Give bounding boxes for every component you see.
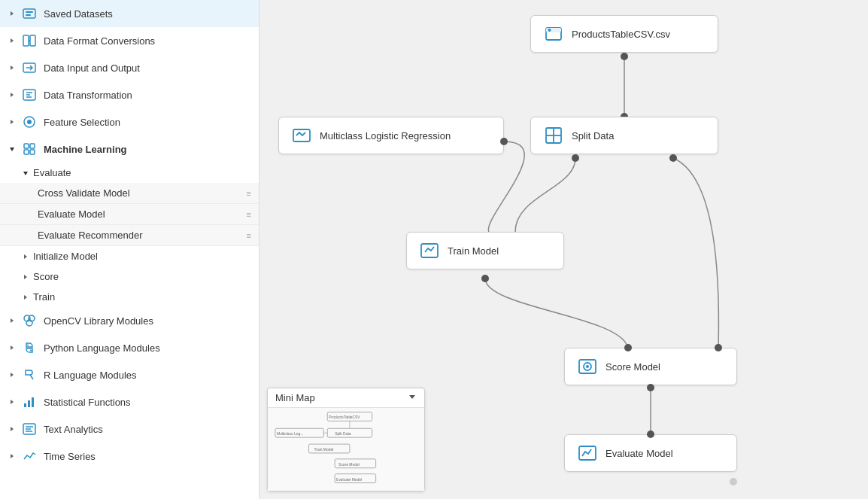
svg-rect-16 xyxy=(30,144,35,148)
node-split-data[interactable]: Split Data xyxy=(530,117,718,154)
sidebar-item-label: Feature Selection xyxy=(44,117,120,128)
svg-marker-31 xyxy=(11,400,14,404)
sidebar-item-evaluate[interactable]: Evaluate xyxy=(0,163,259,183)
sidebar-item-train[interactable]: Train xyxy=(0,287,259,307)
svg-marker-7 xyxy=(11,65,14,70)
node-label: Split Data xyxy=(572,130,614,141)
expand-arrow xyxy=(9,345,18,351)
sidebar-item-machine-learning[interactable]: Machine Learning xyxy=(0,135,259,163)
saved-datasets-icon xyxy=(21,5,38,22)
svg-rect-47 xyxy=(421,244,438,257)
data-format-icon xyxy=(21,32,38,49)
minimap-header[interactable]: Mini Map xyxy=(268,388,424,408)
sidebar-item-evaluate-model[interactable]: Evaluate Model ≡ xyxy=(0,204,259,225)
train-model-icon xyxy=(419,240,440,261)
opencv-icon xyxy=(21,312,38,329)
node-score-model[interactable]: Score Model xyxy=(564,348,737,385)
sidebar-item-label: Train xyxy=(33,291,55,303)
node-label: ProductsTableCSV.csv xyxy=(572,29,670,40)
connection-dot xyxy=(647,384,654,391)
svg-marker-0 xyxy=(11,11,14,16)
sub-item-label: Cross Validate Model xyxy=(38,187,130,199)
split-node-icon xyxy=(543,125,564,146)
time-series-icon xyxy=(21,448,38,464)
node-train-model[interactable]: Train Model xyxy=(406,232,564,269)
node-label: Evaluate Model xyxy=(605,448,673,459)
sidebar-item-python[interactable]: Python Language Modules xyxy=(0,334,259,361)
sidebar: Saved Datasets Data Format Conversions D… xyxy=(0,0,259,499)
node-label: Score Model xyxy=(605,361,660,373)
svg-marker-35 xyxy=(11,427,14,431)
canvas-area[interactable]: ProductsTableCSV.csv Split Data Multicla… xyxy=(259,0,868,499)
sub-item-label: Evaluate Recommender xyxy=(38,230,142,241)
score-model-icon xyxy=(577,356,598,377)
sidebar-item-label: Statistical Functions xyxy=(44,397,131,408)
sidebar-item-time-series[interactable]: Time Series xyxy=(0,443,259,470)
model-node-icon xyxy=(291,125,312,146)
sidebar-item-data-transformation[interactable]: Data Transformation xyxy=(0,81,259,108)
sidebar-item-feature-selection[interactable]: Feature Selection xyxy=(0,108,259,135)
svg-text:Score Model: Score Model xyxy=(338,463,360,467)
node-evaluate-model[interactable]: Evaluate Model xyxy=(564,434,737,472)
svg-rect-3 xyxy=(26,14,31,16)
sidebar-item-evaluate-recommender[interactable]: Evaluate Recommender ≡ xyxy=(0,225,259,246)
sidebar-item-label: Machine Learning xyxy=(44,144,127,155)
svg-text:Evaluate Model: Evaluate Model xyxy=(336,478,362,482)
svg-point-28 xyxy=(27,345,29,346)
data-io-icon xyxy=(21,59,38,76)
connection-dot xyxy=(669,154,677,162)
svg-text:ProductsTableCSV: ProductsTableCSV xyxy=(329,415,360,419)
svg-rect-5 xyxy=(23,35,29,46)
connection-dot xyxy=(624,344,632,351)
node-products-csv[interactable]: ProductsTableCSV.csv xyxy=(530,15,718,53)
sidebar-item-statistical-functions[interactable]: Statistical Functions xyxy=(0,388,259,415)
expand-arrow-down xyxy=(23,170,29,176)
expand-arrow xyxy=(9,119,18,125)
sidebar-item-opencv[interactable]: OpenCV Library Modules xyxy=(0,307,259,334)
dataset-node-icon xyxy=(543,23,564,44)
expand-arrow xyxy=(9,92,18,98)
sidebar-item-text-analytics[interactable]: Text Analytics xyxy=(0,415,259,443)
svg-point-29 xyxy=(30,350,32,351)
svg-marker-20 xyxy=(24,254,27,259)
sidebar-item-label: R Language Modules xyxy=(44,370,137,381)
sidebar-item-label: Score xyxy=(33,271,59,282)
r-lang-icon xyxy=(21,367,38,383)
svg-text:Multiclass Log...: Multiclass Log... xyxy=(277,432,303,436)
sidebar-item-label: Data Format Conversions xyxy=(44,35,155,47)
sidebar-item-data-format-conversions[interactable]: Data Format Conversions xyxy=(0,27,259,54)
transform-icon xyxy=(21,87,38,103)
sidebar-item-cross-validate-model[interactable]: Cross Validate Model ≡ xyxy=(0,183,259,204)
sidebar-item-score[interactable]: Score xyxy=(0,266,259,287)
svg-marker-4 xyxy=(11,38,14,43)
svg-rect-18 xyxy=(30,150,35,154)
sidebar-item-data-input-output[interactable]: Data Input and Output xyxy=(0,54,259,81)
svg-text:Train Model: Train Model xyxy=(314,448,333,452)
sub-item-label: Evaluate Model xyxy=(38,208,105,220)
svg-rect-2 xyxy=(26,11,33,13)
connection-dot xyxy=(481,275,489,282)
sidebar-item-saved-datasets[interactable]: Saved Datasets xyxy=(0,0,259,27)
svg-marker-27 xyxy=(11,345,14,350)
python-icon xyxy=(21,339,38,356)
svg-marker-21 xyxy=(24,275,27,279)
evaluate-model-icon xyxy=(577,443,598,464)
expand-arrow xyxy=(23,294,29,300)
svg-point-42 xyxy=(548,29,551,32)
expand-arrow xyxy=(23,274,29,280)
drag-handle-icon: ≡ xyxy=(247,231,251,240)
minimap: Mini Map ProductsTableCSV Split Data Mul… xyxy=(267,388,425,491)
svg-rect-34 xyxy=(32,397,34,407)
node-multiclass-lr[interactable]: Multiclass Logistic Regression xyxy=(278,117,504,154)
sidebar-item-initialize-model[interactable]: Initialize Model xyxy=(0,246,259,266)
drag-handle-icon: ≡ xyxy=(247,210,251,219)
sidebar-item-r-language[interactable]: R Language Modules xyxy=(0,361,259,388)
svg-rect-1 xyxy=(23,9,35,18)
svg-marker-11 xyxy=(11,120,14,124)
minimap-chevron-icon xyxy=(408,392,417,403)
svg-rect-32 xyxy=(24,403,26,407)
connection-dot xyxy=(647,431,654,438)
connection-dot xyxy=(715,344,722,351)
connection-dot xyxy=(730,478,737,485)
expand-arrow-down xyxy=(9,146,18,152)
